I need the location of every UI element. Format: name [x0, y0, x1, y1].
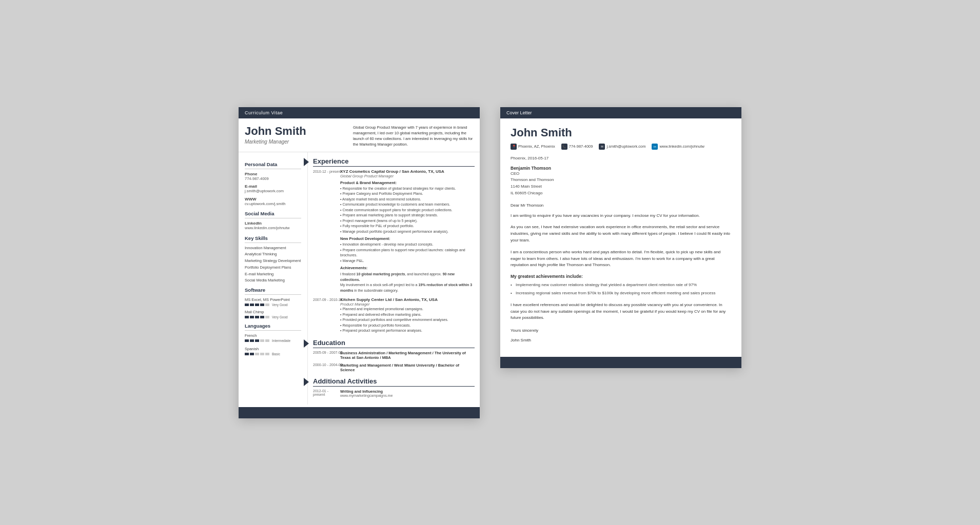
cl-achievement-1: Implementing new customer relations stra… [511, 282, 731, 289]
dot [250, 304, 254, 306]
lang-item-2: Spanish Basic [245, 347, 301, 356]
lang-item-1: French Intermediate [245, 333, 301, 342]
activity-item-1: 2012-01 - present Writing and Influencin… [313, 389, 475, 397]
dot [260, 304, 264, 306]
cl-signature: John Smith [511, 337, 731, 344]
exp-subsection-1-3: Achievements: [340, 266, 475, 270]
cv-body: Personal Data Phone 774-987-4009 E-mail … [239, 152, 480, 405]
experience-title: Experience [313, 157, 475, 167]
cl-contact-row: 📍 Phoenix, AZ, Phoenix 📞 774-987-4009 ✉ … [511, 144, 731, 150]
recipient-role: CEO [511, 171, 731, 177]
recipient-city: IL 60605 Chicago [511, 190, 731, 197]
exp-bullets-1-1: • Responsible for the creation of global… [340, 186, 475, 235]
lang-name-1: French [245, 333, 301, 338]
experience-section-header: Experience [313, 157, 475, 167]
dot [250, 316, 254, 318]
dot [255, 316, 259, 318]
dot [260, 353, 264, 355]
edu-item-1: 2005-09 - 2007-05 Business Administratio… [313, 351, 475, 360]
linkedin-icon: in [652, 144, 658, 150]
act-content-1: Writing and Influencing www.mymarketingc… [340, 389, 475, 397]
software-rating-label-1: Very Good [272, 303, 288, 307]
skill-2: Analytical Thinking [245, 252, 301, 257]
linkedin-value: www.linkedin.com/johnutw [245, 226, 301, 231]
cv-main-content: Experience 2010-12 - present XYZ Cosmeti… [308, 152, 480, 405]
dot [245, 316, 249, 318]
cl-closing: I have excellent references and would be… [511, 302, 731, 321]
activities-title: Additional Activities [313, 377, 475, 387]
activities-section-header: Additional Activities [313, 377, 475, 387]
cl-paragraph-1: I am writing to enquire if you have any … [511, 213, 731, 219]
cl-header-label: Cover Letter [506, 110, 532, 115]
dot [260, 339, 264, 342]
edu-content-1: Business Administration / Marketing Mana… [340, 351, 475, 360]
phone-value: 774-987-4009 [245, 176, 301, 182]
email-icon: ✉ [599, 144, 605, 150]
software-rating-1: Very Good [245, 303, 301, 307]
cl-paragraph-2: As you can see, I have had extensive vac… [511, 224, 731, 244]
edu-date-2: 2000-10 - 2004-05 [313, 363, 336, 372]
edu-date-1: 2005-09 - 2007-05 [313, 351, 336, 360]
contact-linkedin: in www.linkedin.com/johnutw [652, 144, 704, 150]
exp-subsection-1-1: Product & Brand Management: [340, 180, 475, 185]
contact-location: 📍 Phoenix, AZ, Phoenix [511, 144, 555, 150]
recipient-company: Thomson and Thomson [511, 177, 731, 184]
experience-item-2: 2007-09 - 2010-11 Kitchen Supply Center … [313, 297, 475, 334]
act-title-1: Writing and Influencing [340, 389, 475, 394]
software-name-1: MS Excel, MS PowerPoint [245, 297, 301, 302]
exp-date-2: 2007-09 - 2010-11 [313, 297, 336, 334]
dot [265, 304, 269, 306]
skill-6: Social Media Marketing [245, 278, 301, 283]
dot [255, 339, 259, 342]
cv-header-label: Curriculum Vitae [245, 110, 283, 115]
lang-rating-2: Basic [245, 352, 301, 356]
cl-name: John Smith [511, 126, 731, 139]
lang-rating-1: Intermediate [245, 339, 301, 342]
www-label: WWW [245, 197, 301, 201]
phone-icon: 📞 [561, 144, 567, 150]
edu-item-2: 2000-10 - 2004-05 Marketing and Manageme… [313, 363, 475, 372]
skill-4: Portfolio Deployment Plans [245, 265, 301, 270]
cl-achievements-title: My greatest achievements include: [511, 274, 731, 279]
cv-sidebar: Personal Data Phone 774-987-4009 E-mail … [239, 152, 308, 405]
phone-label: Phone [245, 172, 301, 176]
experience-item-1: 2010-12 - present XYZ Cosmetics Capital … [313, 169, 475, 294]
education-arrow [304, 339, 309, 348]
documents-container: Curriculum Vitae John Smith Marketing Ma… [239, 107, 741, 418]
key-skills-title: Key Skills [245, 235, 301, 243]
skill-5: E-mail Marketing [245, 272, 301, 277]
activities-arrow [304, 378, 309, 386]
linkedin-label: LinkedIn [245, 221, 301, 226]
act-url-1: www.mymarketingcampaigns.me [340, 394, 475, 397]
dot [255, 304, 259, 306]
contact-email: ✉ j.smith@uptowork.com [599, 144, 645, 150]
education-section-header: Education [313, 339, 475, 348]
cv-name-section: John Smith Marketing Manager [245, 125, 345, 148]
software-title: Software [245, 287, 301, 295]
exp-bullets-2: • Planned and implemented promotional ca… [340, 307, 475, 334]
exp-role-2: Product Manager [340, 302, 475, 307]
cv-header-bar: Curriculum Vitae [239, 107, 480, 118]
exp-bullets-1-2: • Innovation development - develop new p… [340, 242, 475, 264]
dot [265, 339, 269, 342]
act-date-1: 2012-01 - present [313, 389, 336, 397]
skill-1: Innovation Management [245, 246, 301, 251]
dot [250, 339, 254, 342]
cover-letter-document: Cover Letter John Smith 📍 Phoenix, AZ, P… [500, 107, 741, 368]
lang-name-2: Spanish [245, 347, 301, 351]
cv-top-section: John Smith Marketing Manager Global Grou… [239, 118, 480, 152]
exp-subsection-1-2: New Product Development: [340, 236, 475, 241]
software-rating-2: Very Good [245, 315, 301, 319]
cl-paragraph-3: I am a conscientious person who works ha… [511, 249, 731, 269]
lang-rating-label-1: Intermediate [272, 339, 290, 342]
location-icon: 📍 [511, 144, 517, 150]
email-label: E-mail [245, 184, 301, 189]
software-item-2: Mail Chimp Very Good [245, 310, 301, 319]
software-name-2: Mail Chimp [245, 310, 301, 314]
recipient-address: 1140 Main Street [511, 184, 731, 190]
contact-phone: 📞 774-987-4009 [561, 144, 593, 150]
dot [245, 304, 249, 306]
exp-company-1: XYZ Cosmetics Capital Group / San Antoni… [340, 169, 475, 174]
dot [250, 353, 254, 355]
edu-content-2: Marketing and Management / West Miami Un… [340, 363, 475, 372]
